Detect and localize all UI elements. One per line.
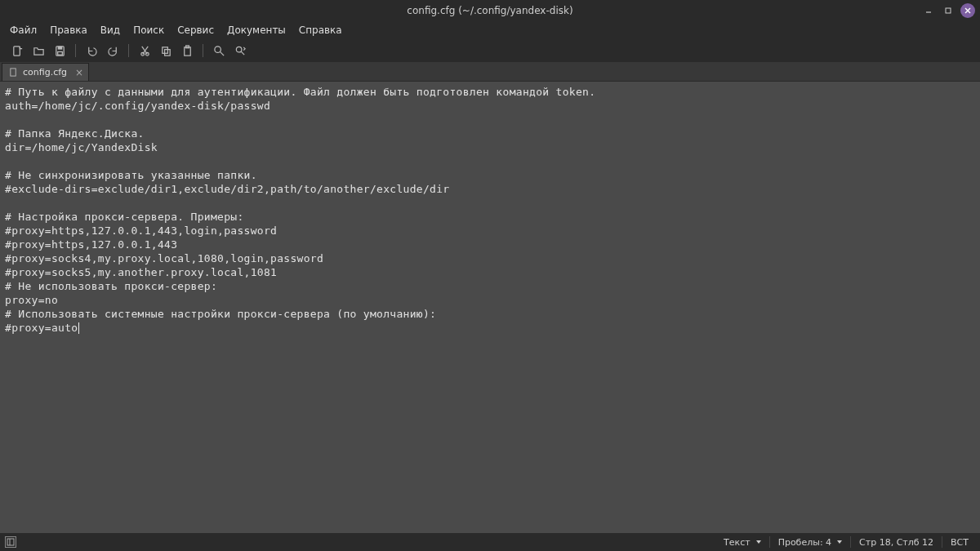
window-close-button[interactable] [960, 3, 975, 18]
status-separator [942, 536, 942, 548]
save-file-button[interactable] [49, 41, 70, 60]
editor-area[interactable]: # Путь к файлу с данными для аутентифика… [0, 82, 980, 533]
find-replace-button[interactable] [229, 41, 251, 60]
menu-bar: Файл Правка Вид Поиск Сервис Документы С… [0, 21, 980, 39]
tab-config-cfg[interactable]: config.cfg × [2, 63, 89, 81]
status-tabwidth-label: Пробелы: 4 [778, 537, 831, 548]
status-insert-mode[interactable]: ВСТ [944, 537, 975, 548]
menu-edit[interactable]: Правка [43, 23, 94, 38]
svg-rect-6 [57, 46, 62, 49]
menu-file[interactable]: Файл [3, 23, 43, 38]
menu-documents[interactable]: Документы [220, 23, 292, 38]
status-syntax[interactable]: Текст [717, 537, 768, 548]
window-title: config.cfg (~/.config/yandex-disk) [407, 5, 572, 16]
toolbar-separator [203, 44, 203, 57]
new-file-button[interactable] [7, 41, 28, 60]
toolbar-separator [75, 44, 76, 57]
status-tabwidth[interactable]: Пробелы: 4 [772, 537, 849, 548]
tab-close-button[interactable]: × [75, 67, 83, 78]
editor-content[interactable]: # Путь к файлу с данными для аутентифика… [0, 82, 980, 338]
status-cursor-position[interactable]: Стр 18, Стлб 12 [853, 537, 940, 548]
status-separator [850, 536, 851, 548]
toolbar [0, 39, 980, 62]
svg-rect-4 [13, 46, 20, 55]
svg-line-19 [241, 51, 244, 55]
status-bar: Текст Пробелы: 4 Стр 18, Стлб 12 ВСТ [0, 533, 980, 551]
dropdown-arrow-icon [837, 540, 842, 544]
redo-button[interactable] [102, 41, 123, 60]
svg-point-16 [214, 46, 220, 52]
menu-search[interactable]: Поиск [127, 23, 171, 38]
svg-rect-21 [7, 539, 14, 545]
tab-bar: config.cfg × [0, 62, 980, 82]
status-position-label: Стр 18, Стлб 12 [859, 537, 933, 548]
svg-rect-20 [11, 69, 16, 76]
tab-label: config.cfg [23, 67, 67, 78]
dropdown-arrow-icon [756, 540, 761, 544]
svg-rect-7 [57, 51, 62, 55]
svg-line-17 [220, 51, 224, 56]
status-separator [769, 536, 770, 548]
menu-view[interactable]: Вид [94, 23, 127, 38]
toolbar-separator [128, 44, 129, 57]
find-button[interactable] [208, 41, 229, 60]
undo-button[interactable] [81, 41, 102, 60]
menu-tools[interactable]: Сервис [171, 23, 220, 38]
svg-point-18 [236, 47, 242, 52]
paste-button[interactable] [176, 41, 198, 60]
status-mode-label: ВСТ [951, 537, 969, 548]
window-maximize-button[interactable] [941, 3, 956, 18]
open-file-button[interactable] [28, 41, 49, 60]
menu-help[interactable]: Справка [292, 23, 349, 38]
status-syntax-label: Текст [724, 537, 751, 548]
cut-button[interactable] [134, 41, 155, 60]
window-minimize-button[interactable] [921, 3, 936, 18]
copy-button[interactable] [155, 41, 176, 60]
window-titlebar: config.cfg (~/.config/yandex-disk) [0, 0, 980, 21]
sidebar-toggle-button[interactable] [5, 536, 16, 548]
svg-rect-1 [946, 8, 951, 13]
file-icon [9, 68, 18, 77]
